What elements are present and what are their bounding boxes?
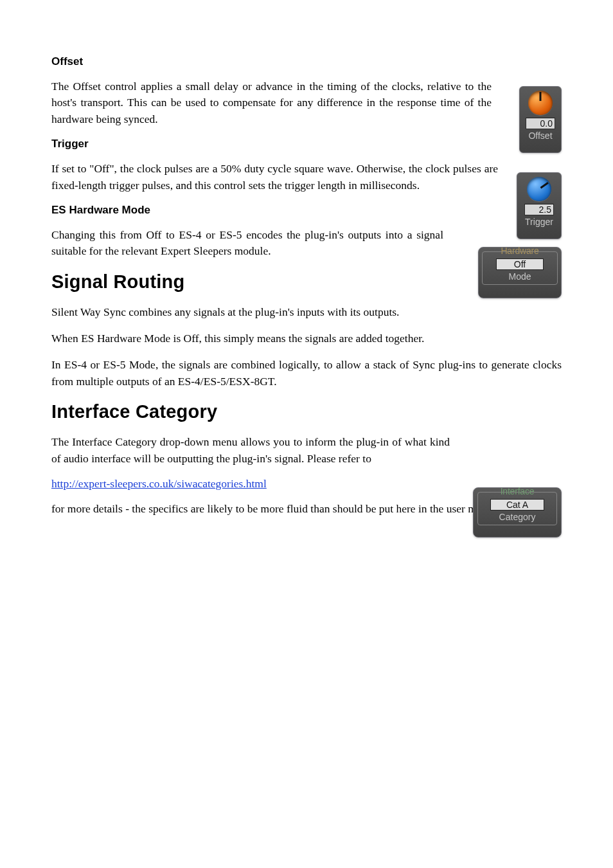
interface-category-value: Cat A xyxy=(490,499,544,511)
para-es-hw: Changing this from Off to ES-4 or ES-5 e… xyxy=(51,227,443,260)
interface-category-label: Category xyxy=(478,512,556,525)
para-offset: The Offset control applies a small delay… xyxy=(51,78,492,127)
para-sr-2: When ES Hardware Mode is Off, this simpl… xyxy=(51,330,562,347)
hardware-mode-value: Off xyxy=(496,258,544,270)
offset-knob-widget: 0.0 Offset xyxy=(519,86,562,153)
heading-offset: Offset xyxy=(51,55,562,68)
interface-category-widget: Interface Cat A Category xyxy=(473,487,562,538)
para-sr-1: Silent Way Sync combines any signals at … xyxy=(51,304,562,320)
heading-trigger: Trigger xyxy=(51,138,562,150)
offset-knob-icon xyxy=(528,91,553,115)
hardware-legend: Hardware xyxy=(486,246,553,256)
trigger-value: 2.5 xyxy=(524,204,554,215)
para-sr-3: In ES-4 or ES-5 Mode, the signals are co… xyxy=(51,357,562,390)
offset-value: 0.0 xyxy=(526,118,555,129)
link-siwacategories[interactable]: http://expert-sleepers.co.uk/siwacategor… xyxy=(51,477,267,490)
trigger-label: Trigger xyxy=(517,217,561,230)
hardware-mode-widget: Hardware Off Mode xyxy=(478,247,562,298)
hardware-mode-label: Mode xyxy=(483,271,557,284)
heading-es-hw: ES Hardware Mode xyxy=(51,204,562,217)
heading-interface-category: Interface Category xyxy=(51,401,562,422)
interface-legend: Interface xyxy=(483,486,551,496)
trigger-knob-icon xyxy=(527,177,551,201)
para-trigger: If set to "Off", the clock pulses are a … xyxy=(51,161,498,194)
offset-label: Offset xyxy=(520,131,561,143)
trigger-knob-widget: 2.5 Trigger xyxy=(517,172,562,239)
para-ic-1: The Interface Category drop-down menu al… xyxy=(51,434,450,467)
